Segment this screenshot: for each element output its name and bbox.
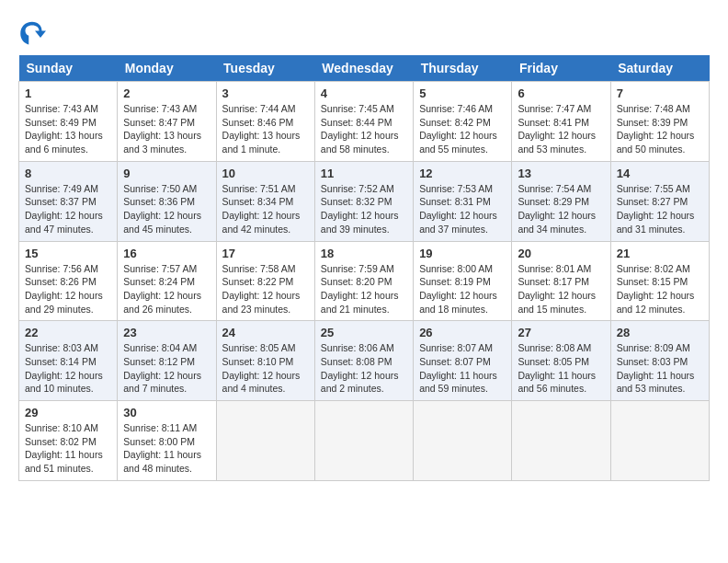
day-number: 13 <box>518 167 604 180</box>
day-number: 2 <box>123 86 210 100</box>
calendar-cell: 6Sunrise: 7:47 AMSunset: 8:41 PMDaylight… <box>512 82 610 162</box>
day-info: Sunrise: 8:08 AMSunset: 8:05 PMDaylight:… <box>518 341 604 396</box>
calendar-cell <box>216 401 314 481</box>
day-info: Sunrise: 7:44 AMSunset: 8:46 PMDaylight:… <box>222 102 309 156</box>
calendar-cell: 4Sunrise: 7:45 AMSunset: 8:44 PMDaylight… <box>314 82 413 162</box>
header-tuesday: Tuesday <box>216 55 314 82</box>
day-number: 3 <box>222 86 309 100</box>
calendar-cell: 19Sunrise: 8:00 AMSunset: 8:19 PMDayligh… <box>414 241 512 321</box>
day-number: 15 <box>25 247 111 260</box>
day-number: 29 <box>25 406 111 419</box>
day-info: Sunrise: 7:45 AMSunset: 8:44 PMDaylight:… <box>321 102 407 156</box>
day-info: Sunrise: 7:43 AMSunset: 8:47 PMDaylight:… <box>123 102 210 156</box>
calendar-header-row: SundayMondayTuesdayWednesdayThursdayFrid… <box>19 55 710 82</box>
day-number: 24 <box>222 326 309 339</box>
day-number: 6 <box>518 86 604 100</box>
day-number: 4 <box>321 86 407 100</box>
day-number: 28 <box>617 326 703 339</box>
day-number: 17 <box>222 247 309 260</box>
day-number: 5 <box>419 86 506 100</box>
calendar-cell: 21Sunrise: 8:02 AMSunset: 8:15 PMDayligh… <box>610 241 709 321</box>
calendar-cell: 22Sunrise: 8:03 AMSunset: 8:14 PMDayligh… <box>19 321 118 401</box>
day-info: Sunrise: 8:11 AMSunset: 8:00 PMDaylight:… <box>123 421 210 476</box>
day-info: Sunrise: 7:53 AMSunset: 8:31 PMDaylight:… <box>419 182 506 236</box>
calendar-week-3: 15Sunrise: 7:56 AMSunset: 8:26 PMDayligh… <box>19 241 710 321</box>
day-number: 1 <box>25 86 111 100</box>
calendar-week-4: 22Sunrise: 8:03 AMSunset: 8:14 PMDayligh… <box>19 321 710 401</box>
calendar-cell: 30Sunrise: 8:11 AMSunset: 8:00 PMDayligh… <box>118 401 216 481</box>
calendar-cell: 17Sunrise: 7:58 AMSunset: 8:22 PMDayligh… <box>216 241 314 321</box>
calendar-cell: 27Sunrise: 8:08 AMSunset: 8:05 PMDayligh… <box>512 321 610 401</box>
day-info: Sunrise: 7:47 AMSunset: 8:41 PMDaylight:… <box>518 102 604 156</box>
calendar-cell: 15Sunrise: 7:56 AMSunset: 8:26 PMDayligh… <box>19 241 118 321</box>
page-header <box>18 18 710 46</box>
day-number: 16 <box>123 247 210 260</box>
calendar-cell: 2Sunrise: 7:43 AMSunset: 8:47 PMDaylight… <box>118 82 216 162</box>
day-number: 18 <box>321 247 407 260</box>
day-number: 12 <box>419 167 506 180</box>
day-info: Sunrise: 7:43 AMSunset: 8:49 PMDaylight:… <box>25 102 111 156</box>
logo <box>18 18 50 46</box>
calendar-cell: 26Sunrise: 8:07 AMSunset: 8:07 PMDayligh… <box>414 321 512 401</box>
day-info: Sunrise: 8:04 AMSunset: 8:12 PMDaylight:… <box>123 341 210 396</box>
day-number: 20 <box>518 247 604 260</box>
calendar-cell: 16Sunrise: 7:57 AMSunset: 8:24 PMDayligh… <box>118 241 216 321</box>
calendar-cell <box>512 401 610 481</box>
calendar-cell: 1Sunrise: 7:43 AMSunset: 8:49 PMDaylight… <box>19 82 118 162</box>
day-number: 23 <box>123 326 210 339</box>
day-info: Sunrise: 8:01 AMSunset: 8:17 PMDaylight:… <box>518 262 604 316</box>
day-number: 25 <box>321 326 407 339</box>
calendar-week-1: 1Sunrise: 7:43 AMSunset: 8:49 PMDaylight… <box>19 82 710 162</box>
calendar-cell: 7Sunrise: 7:48 AMSunset: 8:39 PMDaylight… <box>610 82 709 162</box>
header-wednesday: Wednesday <box>314 55 413 82</box>
calendar-cell: 9Sunrise: 7:50 AMSunset: 8:36 PMDaylight… <box>118 161 216 241</box>
day-number: 10 <box>222 167 309 180</box>
logo-icon <box>18 18 46 46</box>
day-info: Sunrise: 8:03 AMSunset: 8:14 PMDaylight:… <box>25 341 111 396</box>
day-number: 8 <box>25 167 111 180</box>
day-info: Sunrise: 7:59 AMSunset: 8:20 PMDaylight:… <box>321 262 407 316</box>
calendar-cell <box>414 401 512 481</box>
day-info: Sunrise: 7:49 AMSunset: 8:37 PMDaylight:… <box>25 182 111 236</box>
day-info: Sunrise: 8:00 AMSunset: 8:19 PMDaylight:… <box>419 262 506 316</box>
day-info: Sunrise: 7:46 AMSunset: 8:42 PMDaylight:… <box>419 102 506 156</box>
calendar-cell: 28Sunrise: 8:09 AMSunset: 8:03 PMDayligh… <box>610 321 709 401</box>
calendar-cell: 29Sunrise: 8:10 AMSunset: 8:02 PMDayligh… <box>19 401 118 481</box>
day-info: Sunrise: 7:58 AMSunset: 8:22 PMDaylight:… <box>222 262 309 316</box>
day-info: Sunrise: 7:51 AMSunset: 8:34 PMDaylight:… <box>222 182 309 236</box>
calendar-cell: 8Sunrise: 7:49 AMSunset: 8:37 PMDaylight… <box>19 161 118 241</box>
day-number: 22 <box>25 326 111 339</box>
calendar-cell: 10Sunrise: 7:51 AMSunset: 8:34 PMDayligh… <box>216 161 314 241</box>
day-info: Sunrise: 8:10 AMSunset: 8:02 PMDaylight:… <box>25 421 111 476</box>
day-number: 19 <box>419 247 506 260</box>
day-info: Sunrise: 8:06 AMSunset: 8:08 PMDaylight:… <box>321 341 407 396</box>
header-friday: Friday <box>512 55 610 82</box>
day-number: 21 <box>617 247 703 260</box>
day-info: Sunrise: 7:55 AMSunset: 8:27 PMDaylight:… <box>617 182 703 236</box>
calendar-cell <box>314 401 413 481</box>
calendar-cell: 11Sunrise: 7:52 AMSunset: 8:32 PMDayligh… <box>314 161 413 241</box>
calendar-week-2: 8Sunrise: 7:49 AMSunset: 8:37 PMDaylight… <box>19 161 710 241</box>
day-info: Sunrise: 7:57 AMSunset: 8:24 PMDaylight:… <box>123 262 210 316</box>
calendar-cell: 24Sunrise: 8:05 AMSunset: 8:10 PMDayligh… <box>216 321 314 401</box>
header-sunday: Sunday <box>19 55 118 82</box>
day-info: Sunrise: 7:50 AMSunset: 8:36 PMDaylight:… <box>123 182 210 236</box>
calendar-cell: 23Sunrise: 8:04 AMSunset: 8:12 PMDayligh… <box>118 321 216 401</box>
calendar-cell: 13Sunrise: 7:54 AMSunset: 8:29 PMDayligh… <box>512 161 610 241</box>
day-number: 26 <box>419 326 506 339</box>
day-number: 7 <box>617 86 703 100</box>
day-number: 9 <box>123 167 210 180</box>
day-info: Sunrise: 8:07 AMSunset: 8:07 PMDaylight:… <box>419 341 506 396</box>
calendar-cell: 18Sunrise: 7:59 AMSunset: 8:20 PMDayligh… <box>314 241 413 321</box>
calendar-table: SundayMondayTuesdayWednesdayThursdayFrid… <box>18 55 710 481</box>
day-number: 11 <box>321 167 407 180</box>
day-info: Sunrise: 7:52 AMSunset: 8:32 PMDaylight:… <box>321 182 407 236</box>
day-info: Sunrise: 7:48 AMSunset: 8:39 PMDaylight:… <box>617 102 703 156</box>
header-thursday: Thursday <box>414 55 512 82</box>
day-number: 27 <box>518 326 604 339</box>
calendar-week-5: 29Sunrise: 8:10 AMSunset: 8:02 PMDayligh… <box>19 401 710 481</box>
day-number: 30 <box>123 406 210 419</box>
day-info: Sunrise: 7:56 AMSunset: 8:26 PMDaylight:… <box>25 262 111 316</box>
calendar-cell: 3Sunrise: 7:44 AMSunset: 8:46 PMDaylight… <box>216 82 314 162</box>
calendar-cell: 14Sunrise: 7:55 AMSunset: 8:27 PMDayligh… <box>610 161 709 241</box>
